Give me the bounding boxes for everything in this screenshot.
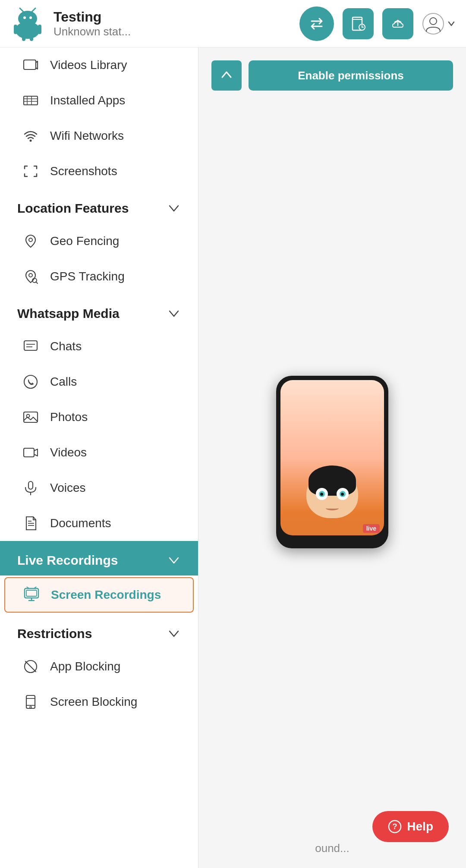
gps-icon (22, 267, 40, 286)
sidebar-item-geo-fencing[interactable]: Geo Fencing (0, 223, 198, 259)
char-eye-right (337, 488, 349, 500)
help-label: Help (407, 820, 433, 833)
section-header-live-recordings[interactable]: Live Recordings (0, 541, 198, 576)
sidebar-item-photos[interactable]: Photos (0, 399, 198, 435)
char-pupil-right (340, 491, 346, 497)
svg-point-2 (23, 16, 26, 19)
svg-rect-8 (22, 36, 25, 41)
header-title: Testing Unknown stat... (54, 9, 299, 38)
chevron-live-icon (167, 554, 181, 567)
svg-rect-33 (28, 481, 33, 489)
chevron-location-icon (167, 201, 181, 215)
svg-line-25 (36, 282, 38, 283)
upload-button[interactable] (382, 8, 413, 39)
sidebar-label-documents: Documents (50, 516, 111, 530)
sidebar-label-chats: Chats (50, 340, 82, 353)
section-title-whatsapp-media: Whatsapp Media (17, 306, 120, 321)
sidebar-label-videos-library: Videos Library (50, 58, 127, 72)
sidebar-item-screen-recordings[interactable]: Screen Recordings (4, 577, 194, 613)
svg-line-5 (32, 8, 35, 12)
sidebar-item-videos-library[interactable]: Videos Library (0, 47, 198, 83)
main-container: Videos Library Installed Apps (0, 47, 466, 868)
app-blocking-icon (22, 657, 40, 676)
section-header-location-features[interactable]: Location Features (0, 189, 198, 223)
sidebar-label-installed-apps: Installed Apps (50, 94, 125, 107)
sidebar-item-installed-apps[interactable]: Installed Apps (0, 83, 198, 118)
sidebar-item-voices[interactable]: Voices (0, 470, 198, 506)
svg-rect-26 (24, 341, 37, 350)
sidebar-label-gps-tracking: GPS Tracking (50, 270, 125, 283)
sidebar-label-photos: Photos (50, 410, 88, 424)
phone-mockup: live (276, 376, 388, 548)
char-pupil-left (319, 491, 325, 497)
header: Testing Unknown stat... (0, 0, 466, 47)
section-title-restrictions: Restrictions (17, 626, 92, 641)
device-name: Testing (54, 9, 299, 25)
screen-recordings-icon (22, 586, 41, 604)
content-area: Enable permissions (198, 47, 466, 868)
videos-icon (22, 443, 40, 462)
svg-point-23 (29, 274, 32, 277)
sidebar-item-screen-blocking[interactable]: Screen Blocking (0, 684, 198, 720)
sidebar-item-screenshots[interactable]: Screenshots (0, 154, 198, 189)
svg-rect-16 (24, 96, 38, 105)
char-eye-left (316, 488, 328, 500)
sidebar-item-calls[interactable]: Calls (0, 364, 198, 399)
svg-rect-7 (38, 25, 41, 34)
svg-point-14 (430, 18, 437, 25)
sidebar-item-videos[interactable]: Videos (0, 435, 198, 470)
svg-point-22 (29, 238, 32, 242)
svg-line-4 (20, 8, 23, 12)
sidebar-label-voices: Voices (50, 481, 86, 495)
sidebar-label-screen-blocking: Screen Blocking (50, 695, 137, 709)
wifi-icon (22, 127, 40, 145)
user-button[interactable] (422, 13, 456, 35)
scroll-up-button[interactable] (211, 60, 242, 91)
svg-rect-32 (24, 448, 34, 457)
svg-line-45 (25, 661, 36, 672)
chevron-down-icon (447, 19, 456, 28)
char-hair (309, 465, 356, 496)
sidebar-item-wifi-networks[interactable]: Wifi Networks (0, 118, 198, 154)
sidebar-item-app-blocking[interactable]: App Blocking (0, 649, 198, 684)
section-title-location-features: Location Features (17, 201, 129, 216)
android-logo (10, 6, 45, 41)
sidebar-item-gps-tracking[interactable]: GPS Tracking (0, 259, 198, 294)
device-status: Unknown stat... (54, 25, 299, 38)
svg-point-21 (30, 140, 32, 142)
calls-icon (22, 373, 40, 391)
chevron-restrictions-icon (167, 627, 181, 641)
sidebar-label-wifi-networks: Wifi Networks (50, 129, 124, 143)
sidebar-item-chats[interactable]: Chats (0, 329, 198, 364)
swap-button[interactable] (299, 6, 334, 41)
chevron-whatsapp-icon (167, 307, 181, 321)
char-mouth (326, 506, 339, 510)
screen-blocking-icon (22, 693, 40, 711)
phone-illustration: live (211, 104, 453, 820)
section-header-restrictions[interactable]: Restrictions (0, 614, 198, 649)
book-button[interactable] (343, 8, 374, 39)
svg-rect-9 (30, 36, 33, 41)
screenshot-icon (22, 162, 40, 180)
svg-rect-15 (24, 60, 36, 69)
voices-icon (22, 479, 40, 497)
sidebar-item-documents[interactable]: Documents (0, 506, 198, 541)
permissions-bar: Enable permissions (211, 60, 453, 91)
live-badge: live (363, 524, 380, 533)
apps-icon (22, 91, 40, 110)
header-icons (343, 8, 456, 39)
svg-text:?: ? (393, 822, 397, 831)
svg-rect-30 (24, 412, 38, 422)
svg-point-29 (24, 375, 37, 388)
sidebar-label-calls: Calls (50, 375, 77, 389)
char-head (306, 471, 358, 518)
help-icon: ? (388, 820, 402, 833)
svg-rect-39 (26, 590, 37, 596)
sidebar-label-videos: Videos (50, 446, 87, 459)
sidebar-label-screenshots: Screenshots (50, 164, 117, 178)
svg-rect-6 (14, 25, 17, 34)
help-button[interactable]: ? Help (372, 811, 449, 842)
enable-permissions-button[interactable]: Enable permissions (249, 60, 453, 91)
section-header-whatsapp-media[interactable]: Whatsapp Media (0, 294, 198, 329)
phone-screen: live (280, 380, 384, 535)
